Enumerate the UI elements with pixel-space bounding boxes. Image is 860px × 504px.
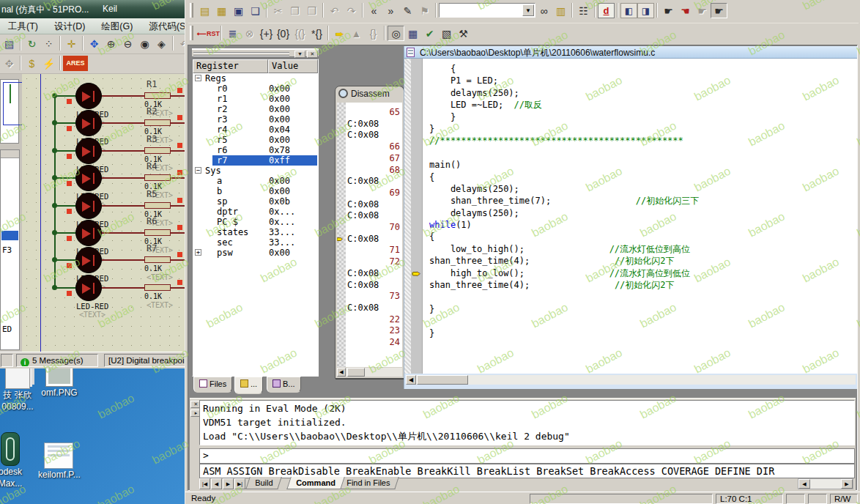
source-line[interactable]: delayms(250); — [429, 207, 857, 219]
origin-icon[interactable]: ✛ — [63, 36, 80, 51]
source-line[interactable]: shan_three_time(4); //初始化闪2下 — [429, 279, 857, 291]
kill-all-breakpoints-button[interactable]: ☚ — [677, 3, 694, 18]
source-line[interactable]: while(1) — [429, 219, 857, 231]
object-selector-list[interactable]: F3ED — [0, 149, 20, 350]
led-component[interactable] — [75, 275, 102, 301]
desktop-icon-keilomf[interactable]: keilomf.P... — [38, 442, 79, 481]
object-selector-selected-row[interactable] — [1, 231, 18, 240]
register-row-r6[interactable]: r60x78 — [193, 145, 318, 155]
zoom-area-icon[interactable]: ◈ — [153, 36, 170, 51]
register-row-r3[interactable]: r30x00 — [193, 114, 318, 125]
disasm-line-number[interactable]: 67 — [346, 153, 402, 164]
disasm-address[interactable]: C:0x08 — [346, 119, 402, 130]
register-row-dptr[interactable]: dptr0x... — [193, 207, 318, 217]
proteus-menu-2[interactable]: 设计(D) — [46, 18, 93, 35]
pen-button[interactable]: ✎ — [399, 3, 416, 18]
disasm-line-number[interactable]: 69 — [346, 188, 402, 199]
source-code-area[interactable]: { P1 = LED; delayms(250); LED =~LED; //取… — [423, 59, 857, 374]
disasm-address[interactable]: C:0x08 — [346, 268, 402, 279]
disasm-address[interactable]: C:0x08 — [346, 303, 402, 314]
start-stop-debug-button[interactable]: d — [598, 3, 615, 18]
tree-collapse-icon[interactable]: − — [195, 75, 201, 81]
led-component[interactable] — [75, 165, 102, 191]
tab-scroll-first-icon[interactable]: |◀ — [199, 478, 210, 489]
scroll-thumb[interactable] — [417, 375, 468, 385]
toggle-bookmark-button[interactable]: ⚑ — [416, 3, 433, 18]
find-in-files-button[interactable]: ∞ — [535, 3, 552, 18]
disasm-address[interactable]: C:0x08 — [346, 130, 402, 141]
desktop-icon-autodesk-max[interactable]: odeskMax... — [0, 432, 26, 489]
resistor-component[interactable] — [144, 256, 171, 263]
source-line[interactable]: LED =~LED; //取反 — [429, 99, 857, 111]
object-list-item[interactable]: ED — [2, 325, 12, 334]
output-tab-command[interactable]: Command — [286, 477, 344, 489]
find-text-combobox[interactable]: ▼ — [439, 3, 535, 18]
desktop-icon-zhangxin[interactable]: 技 张欣00809... — [0, 364, 35, 412]
led-component[interactable] — [75, 247, 102, 273]
project-tab-Files[interactable]: Files — [193, 377, 232, 393]
resistor-component[interactable] — [144, 174, 171, 181]
register-row-regs[interactable]: −Regs — [193, 73, 318, 84]
overview-minimap[interactable] — [0, 79, 19, 144]
pan-icon[interactable]: ✥ — [86, 36, 103, 51]
source-line[interactable]: { — [429, 63, 857, 75]
disasm-line-number[interactable]: 73 — [346, 291, 402, 302]
disasm-address[interactable]: C:0x08 — [346, 176, 402, 187]
source-line[interactable] — [429, 315, 857, 327]
reset-cpu-button[interactable]: ⟵RST — [196, 26, 218, 41]
code-coverage-button[interactable]: ✔ — [421, 26, 438, 41]
source-line[interactable]: { — [429, 171, 857, 183]
step-into-button[interactable]: {+} — [258, 26, 275, 41]
move-tool-icon[interactable]: ✥ — [1, 56, 18, 71]
erc-icon[interactable]: ⚡ — [40, 56, 57, 71]
disassembly-body[interactable]: ➨ 65C:0x08C:0x08666768C:0x0869C:0x08C:0x… — [337, 103, 402, 367]
source-line[interactable]: shan_three_time(4); //初始化闪2下 — [429, 255, 857, 267]
register-tree[interactable]: Register Value −Regsr00x00r10x00r20x00r3… — [192, 59, 319, 377]
register-column-header[interactable]: Register — [193, 59, 268, 73]
disasm-line-number[interactable]: 68 — [346, 165, 402, 176]
scroll-thumb[interactable] — [347, 368, 365, 377]
register-row-r7[interactable]: r70xff — [193, 155, 318, 166]
disable-all-breakpoints-button[interactable]: ☛ — [711, 3, 727, 18]
value-column-header[interactable]: Value — [268, 59, 318, 73]
document-icon[interactable]: ▤ — [1, 36, 18, 51]
disasm-line-number[interactable]: 66 — [346, 141, 402, 152]
disasm-line-number[interactable]: 22 — [346, 314, 402, 325]
run-button[interactable]: ≣ — [224, 26, 241, 41]
register-row-r2[interactable]: r20x00 — [193, 104, 318, 114]
rec-stack-button[interactable]: {} — [365, 26, 382, 41]
undo-button[interactable]: ↶ — [326, 3, 343, 18]
copy-button[interactable]: ❐ — [286, 3, 303, 18]
toolbar-grip[interactable] — [190, 3, 193, 18]
register-row-states[interactable]: states33... — [193, 227, 318, 237]
disasm-line-number[interactable]: 71 — [346, 245, 402, 256]
open-file-button[interactable]: ▦ — [213, 3, 230, 18]
proteus-title-bar[interactable]: nal (仿真中 - 51PRO... Keil — [0, 0, 185, 18]
source-line[interactable]: shan_three_time(7); //初始化闪三下 — [429, 195, 857, 207]
scroll-right-icon[interactable]: ▶ — [841, 479, 853, 489]
source-line[interactable]: } — [429, 111, 857, 123]
zoom-extents-icon[interactable]: ◉ — [136, 36, 153, 51]
tab-scroll-last-icon[interactable]: ▶| — [234, 478, 245, 489]
source-line[interactable]: delayms(250); — [429, 87, 857, 99]
disasm-line-number[interactable]: 72 — [346, 256, 402, 267]
command-hscrollbar[interactable]: ◀▶ — [798, 478, 853, 489]
led-component[interactable] — [75, 110, 102, 136]
indent-button[interactable]: » — [382, 3, 399, 18]
command-window-grip[interactable]: ✕ ▸ — [190, 399, 199, 491]
disassembly-hscrollbar[interactable]: ◀ — [337, 368, 402, 377]
disasm-line-number[interactable]: 65 — [346, 107, 402, 118]
tree-expand-icon[interactable]: + — [195, 249, 201, 256]
command-log[interactable]: Running in Eval Mode (2K)VDM51 target in… — [199, 400, 855, 445]
new-file-button[interactable]: ▤ — [196, 3, 213, 18]
halt-button[interactable]: ⊗ — [241, 26, 258, 41]
step-out-button[interactable]: {(} — [292, 26, 308, 41]
source-line[interactable]: main() — [429, 159, 857, 171]
led-component[interactable] — [75, 220, 102, 246]
tab-scroll-left-icon[interactable]: ◀ — [211, 478, 222, 489]
disasm-line-number[interactable]: 24 — [346, 337, 402, 348]
project-tab-B[interactable]: B... — [267, 377, 301, 393]
insert-breakpoint-button[interactable]: ☛ — [660, 3, 677, 18]
proteus-menu-3[interactable]: 绘图(G) — [93, 18, 141, 35]
schematic-canvas[interactable]: LED-RED<TEXT>R10.1K<TEXT>LED-RED<TEXT>R2… — [22, 74, 185, 352]
